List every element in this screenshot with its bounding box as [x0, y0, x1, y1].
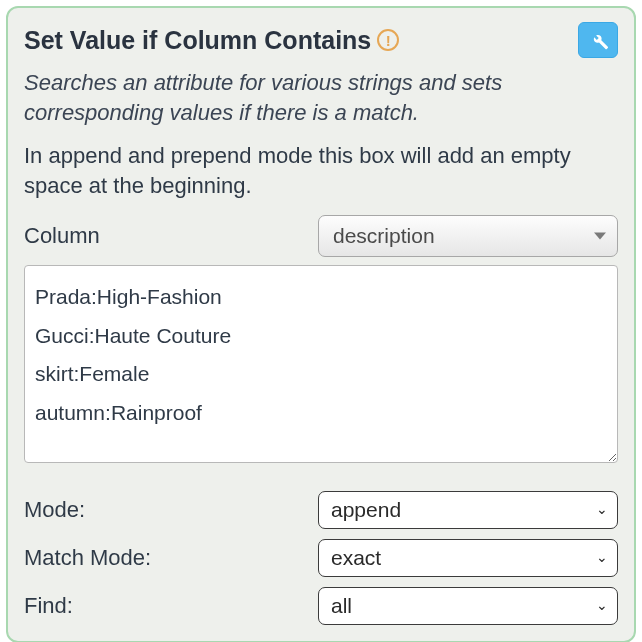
wrench-icon [587, 29, 609, 51]
panel-header: Set Value if Column Contains ! [24, 22, 618, 58]
column-label: Column [24, 223, 100, 249]
warning-icon: ! [377, 29, 399, 51]
set-value-panel: Set Value if Column Contains ! Searches … [6, 6, 636, 642]
panel-note: In append and prepend mode this box will… [24, 141, 618, 200]
find-select-wrap: all ⌄ [318, 587, 618, 625]
mode-row: Mode: append ⌄ [24, 491, 618, 529]
title-wrap: Set Value if Column Contains ! [24, 26, 399, 55]
panel-title: Set Value if Column Contains [24, 26, 371, 55]
match-mode-select[interactable]: exact [318, 539, 618, 577]
find-row: Find: all ⌄ [24, 587, 618, 625]
mode-label: Mode: [24, 497, 85, 523]
find-label: Find: [24, 593, 73, 619]
match-mode-label: Match Mode: [24, 545, 151, 571]
find-select[interactable]: all [318, 587, 618, 625]
rules-textarea[interactable] [24, 265, 618, 463]
mode-select[interactable]: append [318, 491, 618, 529]
panel-description: Searches an attribute for various string… [24, 68, 618, 127]
match-mode-select-wrap: exact ⌄ [318, 539, 618, 577]
column-row: Column description [24, 215, 618, 257]
match-mode-row: Match Mode: exact ⌄ [24, 539, 618, 577]
column-select-wrap: description [318, 215, 618, 257]
mode-select-wrap: append ⌄ [318, 491, 618, 529]
settings-button[interactable] [578, 22, 618, 58]
column-select[interactable]: description [318, 215, 618, 257]
